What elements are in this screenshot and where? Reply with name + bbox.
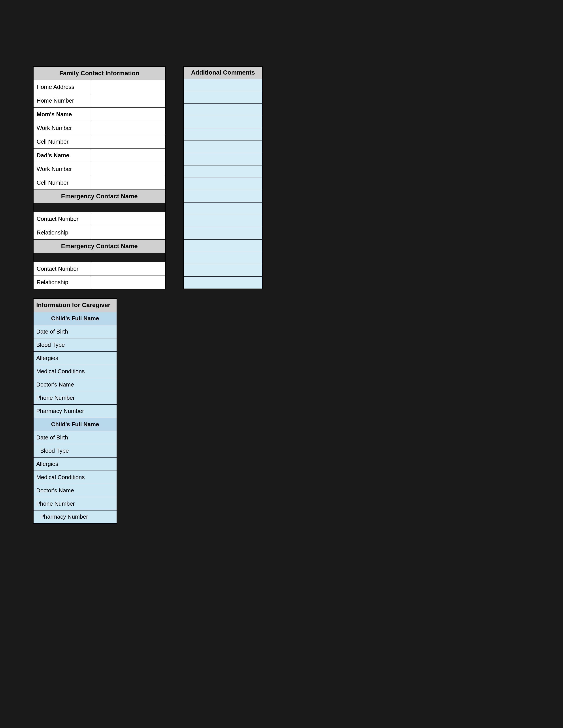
family-contact-table: Family Contact Information Home Address … — [33, 66, 165, 289]
table-row: Mom's Name — [33, 107, 165, 121]
dads-name-label: Dad's Name — [33, 148, 91, 162]
child2-medical-conditions-label: Medical Conditions — [33, 471, 117, 484]
table-row: Blood Type — [33, 338, 117, 351]
additional-comments-table: Additional Comments — [183, 66, 263, 289]
comment-cell-14[interactable] — [183, 239, 262, 252]
comment-cell-11[interactable] — [183, 202, 262, 215]
family-contact-header: Family Contact Information — [33, 66, 165, 80]
comment-row-3 — [183, 103, 262, 116]
table-row: Contact Number — [33, 212, 165, 226]
comment-row-11 — [183, 202, 262, 215]
table-row: Allergies — [33, 457, 117, 471]
family-contact-title: Family Contact Information — [33, 66, 165, 80]
table-row: Home Address — [33, 80, 165, 94]
comment-cell-9[interactable] — [183, 178, 262, 190]
caregiver-section: Information for Caregiver Child's Full N… — [33, 298, 165, 524]
emergency2-header: Emergency Contact Name — [33, 239, 165, 253]
additional-comments-title: Additional Comments — [183, 66, 262, 79]
comment-cell-7[interactable] — [183, 153, 262, 165]
table-row: Medical Conditions — [33, 471, 117, 484]
emergency1-relationship-input[interactable] — [91, 226, 165, 239]
caregiver-header: Information for Caregiver — [33, 298, 117, 312]
table-row: Date of Birth — [33, 325, 117, 338]
comment-row-13 — [183, 227, 262, 239]
comment-row-14 — [183, 239, 262, 252]
emergency1-contact-number-label: Contact Number — [33, 212, 91, 226]
comment-row-1 — [183, 79, 262, 91]
child2-dob-label: Date of Birth — [33, 431, 117, 444]
moms-work-number-input[interactable] — [91, 121, 165, 135]
dads-name-input[interactable] — [91, 148, 165, 162]
home-number-label: Home Number — [33, 94, 91, 107]
emergency1-relationship-label: Relationship — [33, 226, 91, 239]
emergency2-contact-number-input[interactable] — [91, 262, 165, 276]
emergency2-relationship-label: Relationship — [33, 276, 91, 289]
table-row: Pharmacy Number — [33, 404, 117, 418]
table-row: Allergies — [33, 351, 117, 365]
comment-cell-12[interactable] — [183, 215, 262, 227]
dads-work-number-input[interactable] — [91, 162, 165, 176]
emergency1-contact-number-input[interactable] — [91, 212, 165, 226]
child1-blood-type-label: Blood Type — [33, 338, 117, 351]
comment-cell-13[interactable] — [183, 227, 262, 239]
table-row: Contact Number — [33, 262, 165, 276]
comment-row-10 — [183, 190, 262, 202]
child1-medical-conditions-label: Medical Conditions — [33, 365, 117, 378]
caregiver-table: Information for Caregiver Child's Full N… — [33, 298, 117, 524]
emergency1-title: Emergency Contact Name — [33, 190, 165, 203]
moms-name-label: Mom's Name — [33, 107, 91, 121]
table-row: Cell Number — [33, 135, 165, 148]
dads-cell-number-label: Cell Number — [33, 176, 91, 190]
child2-allergies-label: Allergies — [33, 457, 117, 471]
comment-cell-16[interactable] — [183, 264, 262, 276]
table-row: Doctor's Name — [33, 484, 117, 497]
child2-name-label: Child's Full Name — [33, 418, 117, 431]
comment-cell-3[interactable] — [183, 103, 262, 116]
comment-row-6 — [183, 141, 262, 153]
comment-row-4 — [183, 116, 262, 128]
emergency2-contact-number-label: Contact Number — [33, 262, 91, 276]
comment-cell-4[interactable] — [183, 116, 262, 128]
table-row: Blood Type — [33, 444, 117, 457]
comment-cell-15[interactable] — [183, 252, 262, 264]
table-row: Work Number — [33, 121, 165, 135]
table-row: Work Number — [33, 162, 165, 176]
comment-cell-5[interactable] — [183, 128, 262, 141]
child1-allergies-label: Allergies — [33, 351, 117, 365]
spacer-row — [33, 253, 165, 262]
moms-work-number-label: Work Number — [33, 121, 91, 135]
moms-name-input[interactable] — [91, 107, 165, 121]
moms-cell-number-label: Cell Number — [33, 135, 91, 148]
dads-work-number-label: Work Number — [33, 162, 91, 176]
emergency2-title: Emergency Contact Name — [33, 239, 165, 253]
comment-row-15 — [183, 252, 262, 264]
comment-cell-1[interactable] — [183, 79, 262, 91]
caregiver-title: Information for Caregiver — [33, 298, 117, 312]
child2-blood-type-label: Blood Type — [33, 444, 117, 457]
child2-pharmacy-number-label: Pharmacy Number — [33, 510, 117, 523]
home-address-input[interactable] — [91, 80, 165, 94]
table-row: Medical Conditions — [33, 365, 117, 378]
spacer-row — [33, 203, 165, 212]
comment-row-8 — [183, 165, 262, 178]
comment-cell-17[interactable] — [183, 276, 262, 289]
child2-name-row: Child's Full Name — [33, 418, 117, 431]
comment-cell-8[interactable] — [183, 165, 262, 178]
comment-cell-6[interactable] — [183, 141, 262, 153]
comment-cell-10[interactable] — [183, 190, 262, 202]
emergency2-relationship-input[interactable] — [91, 276, 165, 289]
table-row: Dad's Name — [33, 148, 165, 162]
moms-cell-number-input[interactable] — [91, 135, 165, 148]
table-row: Date of Birth — [33, 431, 117, 444]
home-address-label: Home Address — [33, 80, 91, 94]
table-row: Phone Number — [33, 391, 117, 404]
comment-row-16 — [183, 264, 262, 276]
home-number-input[interactable] — [91, 94, 165, 107]
comment-cell-2[interactable] — [183, 91, 262, 103]
dads-cell-number-input[interactable] — [91, 176, 165, 190]
comment-row-17 — [183, 276, 262, 289]
emergency1-header: Emergency Contact Name — [33, 190, 165, 203]
table-row: Cell Number — [33, 176, 165, 190]
comment-row-2 — [183, 91, 262, 103]
child2-phone-number-label: Phone Number — [33, 497, 117, 510]
